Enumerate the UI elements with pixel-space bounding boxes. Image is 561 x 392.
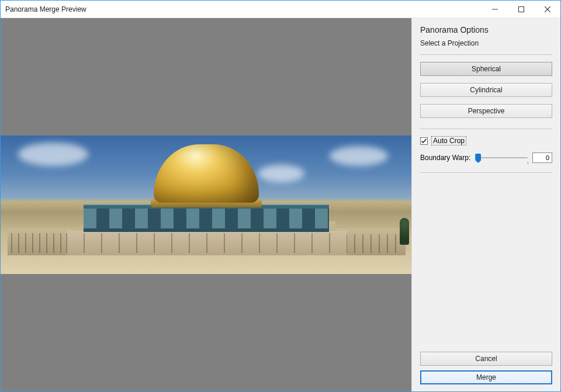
panorama-preview-image: [1, 136, 411, 274]
auto-crop-label: Auto Crop: [431, 136, 466, 145]
content: Panorama Options Select a Projection Sph…: [1, 18, 560, 391]
projection-spherical-button[interactable]: Spherical: [420, 62, 552, 76]
projection-perspective-button[interactable]: Perspective: [420, 104, 552, 118]
projection-cylindrical-button[interactable]: Cylindrical: [420, 83, 552, 97]
divider: [420, 54, 552, 55]
minimize-button[interactable]: [482, 1, 508, 18]
boundary-warp-label: Boundary Warp:: [420, 154, 470, 162]
svg-rect-1: [518, 6, 524, 12]
auto-crop-row: Auto Crop: [420, 136, 552, 145]
window-title: Panorama Merge Preview: [1, 5, 482, 13]
cancel-button[interactable]: Cancel: [420, 352, 552, 366]
panel-title: Panorama Options: [420, 25, 552, 34]
preview-area[interactable]: [1, 18, 411, 391]
slider-thumb-icon[interactable]: [475, 154, 481, 163]
window-controls: [482, 1, 560, 18]
boundary-warp-slider[interactable]: [475, 152, 528, 163]
projection-label: Select a Projection: [420, 39, 552, 47]
options-panel: Panorama Options Select a Projection Sph…: [411, 18, 560, 391]
divider: [420, 129, 552, 129]
close-button[interactable]: [534, 1, 560, 18]
boundary-warp-input[interactable]: [532, 152, 552, 163]
auto-crop-checkbox[interactable]: [420, 137, 428, 145]
merge-button[interactable]: Merge: [420, 370, 552, 384]
maximize-button[interactable]: [508, 1, 534, 18]
boundary-warp-row: Boundary Warp:: [420, 152, 552, 163]
divider: [420, 172, 552, 173]
check-icon: [421, 138, 427, 144]
titlebar: Panorama Merge Preview: [1, 1, 560, 18]
